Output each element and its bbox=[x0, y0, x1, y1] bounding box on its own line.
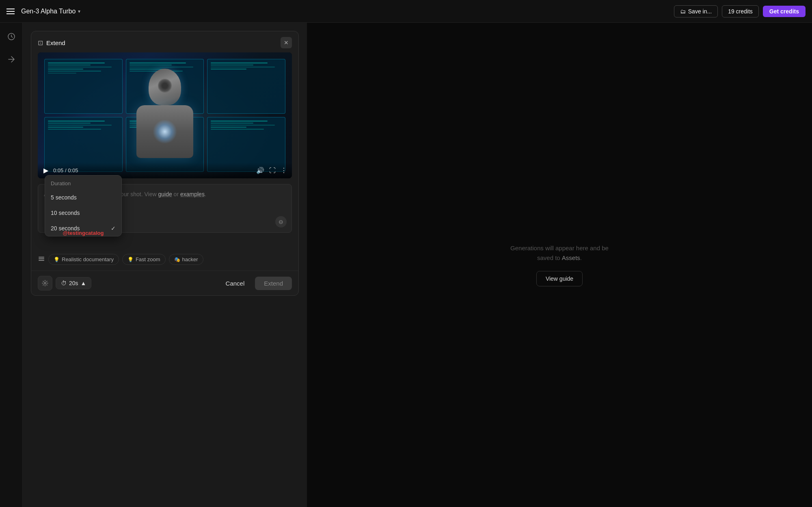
duration-5s-label: 5 seconds bbox=[51, 194, 77, 201]
chip-fast-zoom[interactable]: 💡 Fast zoom bbox=[122, 254, 166, 265]
volume-icon[interactable]: 🔊 bbox=[256, 167, 264, 174]
extend-icon: ⊡ bbox=[38, 39, 43, 47]
dialog-title-text: Extend bbox=[46, 39, 65, 46]
main-layout: ⊡ Extend ✕ bbox=[0, 23, 812, 507]
list-icon[interactable] bbox=[38, 255, 45, 264]
svg-point-4 bbox=[44, 282, 46, 284]
extend-button[interactable]: Extend bbox=[255, 277, 292, 290]
style-chips: 💡 Realistic documentary 💡 Fast zoom 🎭 ha… bbox=[38, 254, 292, 265]
app-title[interactable]: Gen-3 Alpha Turbo ▾ bbox=[21, 8, 80, 15]
guide-link[interactable]: guide bbox=[158, 191, 172, 197]
chip-icon-3: 🎭 bbox=[174, 257, 180, 262]
robot-body bbox=[136, 105, 193, 158]
empty-line-1: Generations will appear here and be bbox=[510, 245, 609, 251]
extend-dialog: ⊡ Extend ✕ bbox=[31, 31, 299, 296]
dialog-title: ⊡ Extend bbox=[38, 39, 65, 47]
empty-line-2: saved to bbox=[537, 254, 562, 261]
chip-hacker[interactable]: 🎭 hacker bbox=[169, 254, 203, 265]
monitor-screen-1 bbox=[44, 59, 123, 114]
chip-realistic-documentary[interactable]: 💡 Realistic documentary bbox=[48, 254, 119, 265]
duration-value: 20s bbox=[69, 280, 78, 286]
monitor-screen-3 bbox=[207, 59, 285, 114]
dialog-header: ⊡ Extend ✕ bbox=[31, 31, 298, 52]
check-icon: ✓ bbox=[111, 225, 116, 232]
chevron-up-icon: ▲ bbox=[81, 280, 86, 286]
folder-icon: 🗂 bbox=[680, 8, 686, 15]
header-left: Gen-3 Alpha Turbo ▾ bbox=[6, 8, 80, 15]
bottom-left: ⏱ 20s ▲ bbox=[38, 276, 91, 290]
video-placeholder bbox=[38, 52, 292, 178]
chip-label-1: Realistic documentary bbox=[62, 256, 114, 262]
duration-option-20s[interactable]: 20 seconds ✓ bbox=[45, 221, 121, 236]
chip-label-3: hacker bbox=[182, 256, 198, 262]
save-button[interactable]: 🗂 Save in... bbox=[674, 5, 718, 17]
svg-rect-1 bbox=[39, 257, 44, 258]
duration-10s-label: 10 seconds bbox=[51, 210, 80, 216]
sidebar bbox=[0, 23, 23, 507]
video-container: ▶ 0:05 / 0:05 🔊 ⛶ ⋮ bbox=[38, 52, 292, 178]
chip-label-2: Fast zoom bbox=[136, 256, 160, 262]
prompt-area[interactable]: Add an image, then describe your shot. V… bbox=[38, 184, 292, 233]
bottom-bar: ⏱ 20s ▲ Cancel Extend bbox=[31, 271, 298, 295]
play-button[interactable]: ▶ bbox=[43, 166, 49, 175]
more-options-icon[interactable]: ⋮ bbox=[281, 167, 287, 174]
get-credits-button[interactable]: Get credits bbox=[763, 6, 806, 17]
view-guide-button[interactable]: View guide bbox=[536, 271, 583, 286]
duration-toggle-button[interactable]: ⏱ 20s ▲ bbox=[56, 277, 91, 289]
header-right: 🗂 Save in... 19 credits Get credits bbox=[674, 5, 806, 17]
right-panel: Generations will appear here and be save… bbox=[307, 23, 812, 507]
app-title-text: Gen-3 Alpha Turbo bbox=[21, 8, 76, 15]
subtract-icon[interactable]: ⊖ bbox=[275, 216, 287, 228]
credits-button[interactable]: 19 credits bbox=[722, 5, 759, 17]
empty-state-message: Generations will appear here and be save… bbox=[510, 243, 609, 263]
close-button[interactable]: ✕ bbox=[281, 37, 292, 48]
duration-dropdown-header: Duration bbox=[45, 176, 121, 190]
robot-head bbox=[149, 69, 181, 105]
robot-glow bbox=[153, 119, 177, 144]
sidebar-item-generate[interactable] bbox=[4, 52, 19, 67]
panel: ⊡ Extend ✕ bbox=[23, 23, 307, 507]
duration-timer-icon: ⏱ bbox=[61, 280, 67, 286]
svg-rect-2 bbox=[39, 258, 44, 259]
duration-dropdown: Duration 5 seconds 10 seconds 20 seconds… bbox=[45, 175, 122, 236]
header: Gen-3 Alpha Turbo ▾ 🗂 Save in... 19 cred… bbox=[0, 0, 812, 23]
svg-rect-3 bbox=[39, 260, 44, 261]
chip-icon-2: 💡 bbox=[127, 257, 134, 262]
chevron-down-icon: ▾ bbox=[78, 9, 80, 14]
duration-20s-label: 20 seconds bbox=[51, 225, 80, 232]
controls-right: 🔊 ⛶ ⋮ bbox=[256, 167, 287, 174]
bottom-right: Cancel Extend bbox=[219, 277, 292, 290]
time-display: 0:05 / 0:05 bbox=[53, 167, 78, 173]
duration-option-5s[interactable]: 5 seconds bbox=[45, 190, 121, 205]
menu-icon[interactable] bbox=[6, 9, 15, 14]
assets-link: Assets bbox=[562, 254, 580, 261]
duration-option-10s[interactable]: 10 seconds bbox=[45, 205, 121, 221]
sidebar-item-history[interactable] bbox=[4, 29, 19, 44]
cancel-button[interactable]: Cancel bbox=[219, 277, 251, 290]
settings-button[interactable] bbox=[38, 276, 52, 290]
fullscreen-icon[interactable]: ⛶ bbox=[269, 167, 276, 174]
chip-icon-1: 💡 bbox=[54, 257, 60, 262]
examples-link[interactable]: examples bbox=[180, 191, 205, 197]
robot-silhouette bbox=[120, 69, 209, 166]
